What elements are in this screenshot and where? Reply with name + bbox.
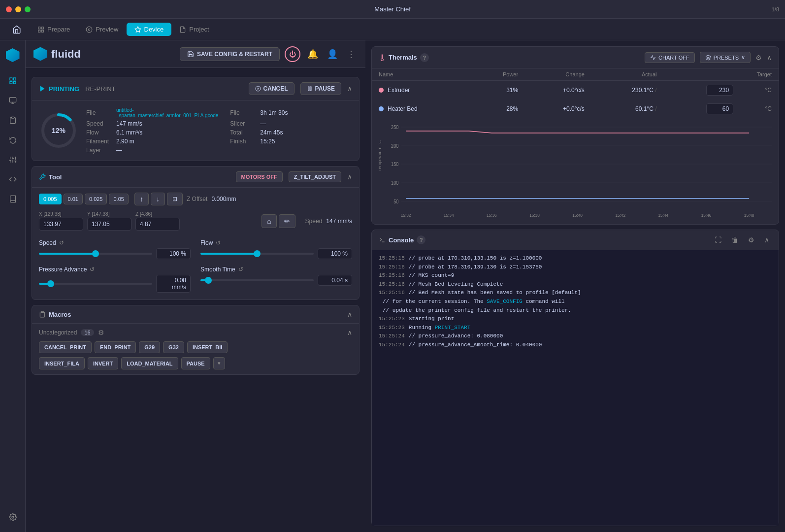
home-button[interactable]: ⌂: [262, 214, 276, 228]
sidebar-icon-book[interactable]: [4, 190, 22, 208]
heater-bed-target-input[interactable]: [706, 103, 733, 114]
macro-insert-bii[interactable]: INSERT_BII: [187, 341, 228, 353]
speed-reset-button[interactable]: ↺: [59, 239, 64, 246]
pressure-advance-slider-row: Pressure Advance ↺ 0.08 mm/s: [39, 266, 191, 293]
macro-end-print[interactable]: END_PRINT: [95, 341, 136, 353]
save-config-restart-button[interactable]: SAVE CONFIG & RESTART: [180, 47, 280, 61]
svg-text:15:48: 15:48: [744, 213, 754, 218]
window-counter: 1/8: [772, 6, 779, 12]
console-line: // update the printer config file and re…: [379, 306, 772, 315]
console-expand-button[interactable]: ⛶: [712, 235, 724, 245]
heater-bed-power: 28%: [470, 100, 525, 118]
pressure-reset-button[interactable]: ↺: [90, 266, 95, 273]
z-up-button[interactable]: ↑: [134, 193, 149, 205]
svg-rect-10: [13, 81, 16, 84]
z-preset-001[interactable]: 0.01: [64, 194, 83, 204]
flow-reset-button[interactable]: ↺: [216, 239, 221, 246]
svg-point-24: [12, 516, 14, 518]
printing-collapse-button[interactable]: ∧: [347, 85, 352, 93]
svg-text:100: 100: [391, 180, 398, 186]
sidebar-icon-settings[interactable]: [4, 508, 22, 526]
power-button[interactable]: ⏻: [285, 46, 300, 62]
sidebar-icon-code[interactable]: [4, 170, 22, 188]
z-preset-005[interactable]: 0.05: [109, 194, 128, 204]
macros-collapse-button[interactable]: ∧: [347, 310, 352, 318]
console-header: Console ? ⛶ 🗑 ⚙ ∧: [372, 230, 779, 250]
console-clear-button[interactable]: 🗑: [729, 235, 741, 245]
smooth-time-slider[interactable]: [200, 279, 314, 281]
macro-pause[interactable]: PAUSE: [181, 357, 210, 369]
y-pos-label: Y [147.38]: [87, 211, 131, 217]
z-tilt-adjust-button[interactable]: Z_TILT_ADJUST: [289, 171, 341, 182]
logo-shape: [6, 48, 20, 62]
console-collapse-button[interactable]: ∧: [762, 235, 772, 245]
minimize-btn[interactable]: [15, 6, 21, 12]
console-line: 15:25:24 // pressure_advance_smooth_time…: [379, 341, 772, 350]
save-config-link[interactable]: SAVE_CONFIG: [487, 299, 523, 304]
more-options-button[interactable]: ⋮: [345, 47, 358, 62]
home-nav-btn[interactable]: [8, 21, 26, 38]
console-line: 15:25:16 // Bed Mesh state has been save…: [379, 289, 772, 298]
right-panel: Thermals ? CHART OFF PRESETS ∨ ⚙ ∧: [365, 40, 785, 532]
sidebar-icon-history[interactable]: [4, 131, 22, 149]
pause-button[interactable]: PAUSE: [300, 82, 341, 95]
x-pos-input[interactable]: [39, 218, 83, 231]
sidebar-icon-sliders[interactable]: [4, 151, 22, 168]
edit-position-button[interactable]: ✏: [279, 214, 295, 228]
tab-preview[interactable]: Preview: [78, 23, 126, 36]
z-preset-0005[interactable]: 0.005: [39, 194, 62, 204]
tab-device[interactable]: Device: [127, 23, 172, 36]
z-pos-input[interactable]: [135, 218, 180, 231]
z-preset-0025[interactable]: 0.025: [85, 194, 107, 204]
reprint-label[interactable]: RE-PRINT: [85, 85, 115, 93]
tool-collapse-button[interactable]: ∧: [347, 173, 352, 181]
y-pos-input[interactable]: [87, 218, 131, 231]
info-filament: Filament 2.90 m: [86, 138, 218, 145]
account-button[interactable]: 👤: [325, 47, 340, 62]
printing-status-label: PRINTING: [39, 85, 79, 93]
macro-load-material[interactable]: LOAD_MATERIAL: [121, 357, 178, 369]
tab-project[interactable]: Project: [171, 23, 217, 36]
thermals-table: Name Power Change Actual Target: [372, 68, 779, 118]
thermals-collapse-button[interactable]: ∧: [767, 54, 772, 62]
thermals-presets-button[interactable]: PRESETS ∨: [700, 52, 751, 63]
sidebar-icon-grid[interactable]: [4, 72, 22, 90]
smooth-time-reset-button[interactable]: ↺: [238, 266, 243, 273]
z-down-button[interactable]: ↓: [151, 193, 165, 205]
flow-slider[interactable]: [200, 253, 314, 255]
macro-g29[interactable]: G29: [139, 341, 160, 353]
pressure-advance-label: Pressure Advance: [39, 266, 87, 273]
macros-section-collapse[interactable]: ∧: [347, 329, 352, 336]
sidebar-icon-clipboard[interactable]: [4, 111, 22, 129]
motors-off-button[interactable]: MOTORS OFF: [236, 171, 283, 182]
console-help-icon[interactable]: ?: [417, 235, 425, 244]
tool-card: Tool MOTORS OFF Z_TILT_ADJUST ∧ 0.005 0.…: [32, 166, 360, 300]
chart-off-button[interactable]: CHART OFF: [645, 52, 695, 63]
pressure-advance-slider[interactable]: [39, 283, 152, 285]
finish-value: 15:25: [260, 138, 275, 145]
console-line: 15:25:23 Running PRINT_START: [379, 324, 772, 332]
tab-prepare[interactable]: Prepare: [30, 23, 78, 36]
macro-g32[interactable]: G32: [163, 341, 184, 353]
heater-bed-name: Heater Bed: [372, 100, 470, 118]
extruder-target-input[interactable]: [706, 85, 733, 96]
thermals-help-icon[interactable]: ?: [420, 53, 429, 62]
macro-cancel-print[interactable]: CANCEL_PRINT: [39, 341, 92, 353]
cancel-button[interactable]: CANCEL: [249, 82, 294, 95]
col-power: Power: [470, 68, 525, 81]
print-start-link[interactable]: PRINT_START: [435, 325, 471, 331]
thermals-settings-button[interactable]: ⚙: [755, 54, 762, 62]
maximize-btn[interactable]: [25, 6, 31, 12]
macro-invert[interactable]: INVERT: [88, 357, 118, 369]
info-finish: Finish 15:25: [230, 138, 352, 145]
z-save-button[interactable]: ⊡: [167, 193, 183, 205]
macro-more-button[interactable]: ▾: [213, 357, 225, 369]
console-settings-button[interactable]: ⚙: [746, 235, 757, 245]
macros-settings-button[interactable]: ⚙: [98, 329, 104, 336]
close-btn[interactable]: [6, 6, 12, 12]
notifications-button[interactable]: 🔔: [305, 47, 320, 62]
macro-insert-fila[interactable]: INSERT_FILA: [39, 357, 85, 369]
sidebar-icon-monitor[interactable]: [4, 92, 22, 109]
svg-text:Temperature °C: Temperature °C: [379, 140, 382, 171]
speed-slider[interactable]: [39, 253, 152, 255]
